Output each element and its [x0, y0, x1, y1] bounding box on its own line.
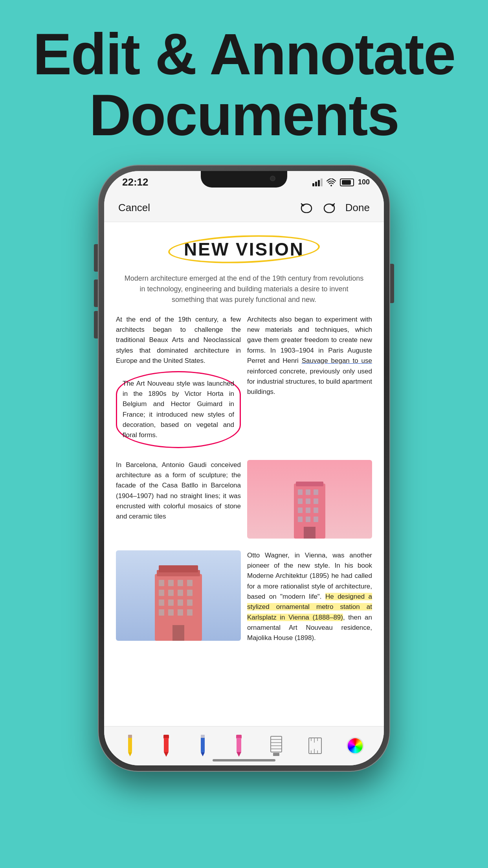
- svg-rect-24: [168, 590, 174, 596]
- doc-title-section: NEW VISION: [116, 232, 372, 267]
- svg-marker-41: [164, 752, 169, 757]
- col2-para1: Architects also began to experiment with…: [247, 314, 372, 397]
- blue-pencil-icon: [197, 734, 209, 758]
- texture-icon: [269, 735, 283, 757]
- nav-actions: Done: [300, 202, 370, 214]
- yellow-pencil-tool[interactable]: [124, 734, 136, 758]
- notch: [201, 171, 287, 188]
- nav-bar: Cancel Done: [104, 194, 384, 222]
- svg-rect-35: [172, 625, 184, 641]
- svg-rect-29: [178, 600, 183, 606]
- svg-rect-36: [128, 736, 132, 752]
- svg-rect-25: [178, 590, 183, 596]
- svg-rect-26: [187, 590, 193, 596]
- home-bar: [213, 759, 275, 761]
- svg-rect-18: [159, 565, 198, 572]
- cancel-button[interactable]: Cancel: [118, 202, 150, 214]
- undo-button[interactable]: [300, 202, 313, 213]
- document-area[interactable]: NEW VISION Modern architecture emerged a…: [104, 222, 384, 737]
- status-time: 22:12: [122, 176, 149, 188]
- title-oval-annotation: NEW VISION: [168, 235, 320, 263]
- svg-rect-4: [306, 489, 310, 495]
- svg-rect-13: [306, 517, 310, 522]
- svg-rect-46: [237, 738, 241, 752]
- yellow-pencil-icon: [124, 734, 136, 758]
- svg-rect-22: [187, 580, 193, 586]
- svg-rect-27: [159, 600, 164, 606]
- col1-para2: The Art Nouveau style was launched in th…: [123, 380, 234, 439]
- col-left-2: In Barcelona, Antonio Gaudi conceived ar…: [116, 460, 241, 544]
- svg-rect-19: [159, 580, 164, 586]
- svg-point-0: [330, 185, 332, 186]
- wifi-icon: [327, 178, 336, 186]
- svg-rect-40: [164, 738, 169, 752]
- svg-rect-11: [314, 508, 318, 513]
- svg-rect-38: [128, 735, 132, 738]
- svg-rect-31: [159, 609, 164, 616]
- svg-rect-28: [168, 600, 174, 606]
- ruler-tool[interactable]: [308, 735, 322, 757]
- svg-rect-23: [159, 590, 164, 596]
- phone-screen: 22:12: [104, 171, 384, 765]
- building-illustration: [282, 472, 337, 539]
- status-icons: 100: [312, 178, 370, 186]
- phone-wrapper: 22:12: [0, 162, 488, 771]
- pink-marker-icon: [233, 734, 245, 758]
- svg-rect-34: [187, 609, 193, 616]
- building-image-blue: [116, 550, 241, 641]
- color-wheel-icon: [347, 737, 364, 754]
- svg-rect-9: [298, 508, 303, 513]
- third-row: Otto Wagner, in Vienna, was another pion…: [116, 550, 372, 646]
- svg-rect-2: [296, 482, 323, 486]
- svg-rect-12: [298, 517, 303, 522]
- svg-rect-30: [187, 600, 193, 606]
- svg-rect-53: [273, 753, 279, 756]
- col-right-text: Otto Wagner, in Vienna, was another pion…: [247, 550, 372, 646]
- doc-title: NEW VISION: [184, 239, 304, 259]
- battery-icon: [340, 178, 354, 186]
- second-row: In Barcelona, Antonio Gaudi conceived ar…: [116, 460, 372, 544]
- signal-icon: [312, 178, 323, 186]
- svg-rect-42: [201, 736, 205, 752]
- svg-rect-3: [298, 489, 303, 495]
- pink-marker-tool[interactable]: [233, 734, 245, 758]
- svg-rect-32: [168, 609, 174, 616]
- done-button[interactable]: Done: [345, 202, 370, 214]
- doc-subtitle: Modern architecture emerged at the end o…: [116, 273, 372, 305]
- svg-rect-44: [201, 735, 205, 738]
- svg-marker-37: [128, 752, 132, 756]
- building-illustration-2: [147, 558, 210, 641]
- blue-pencil-tool[interactable]: [197, 734, 209, 758]
- circled-annotation-box: The Art Nouveau style was launched in th…: [116, 371, 241, 448]
- svg-rect-8: [314, 498, 318, 504]
- texture-tool[interactable]: [269, 735, 283, 757]
- col1-para1: At the end of the 19th century, a few ar…: [116, 314, 241, 366]
- svg-rect-48: [271, 736, 282, 752]
- front-camera: [270, 176, 275, 181]
- ruler-icon: [308, 735, 322, 757]
- color-wheel-tool[interactable]: [347, 737, 364, 754]
- svg-rect-6: [298, 498, 303, 504]
- svg-rect-10: [306, 508, 310, 513]
- redo-button[interactable]: [323, 202, 336, 213]
- svg-rect-33: [178, 609, 183, 616]
- col1-para3: In Barcelona, Antonio Gaudi conceived ar…: [116, 460, 241, 522]
- page-header: Edit & Annotate Documents: [0, 0, 488, 162]
- svg-rect-5: [314, 489, 318, 495]
- phone-device: 22:12: [99, 166, 389, 771]
- header-title: Edit & Annotate Documents: [24, 24, 464, 146]
- doc-content: NEW VISION Modern architecture emerged a…: [104, 222, 384, 660]
- svg-rect-20: [168, 580, 174, 586]
- col-right: Architects also began to experiment with…: [247, 314, 372, 454]
- underline-annotation: Sauvage began to use: [302, 357, 372, 364]
- red-marker-tool[interactable]: [160, 734, 172, 758]
- red-marker-icon: [160, 734, 172, 758]
- svg-rect-7: [306, 498, 310, 504]
- svg-marker-43: [201, 752, 205, 756]
- two-col-section: At the end of the 19th century, a few ar…: [116, 314, 372, 454]
- highlight-annotation: He designed a stylized ornamental metro …: [247, 593, 372, 621]
- svg-rect-14: [314, 517, 318, 522]
- building-image-pink: [247, 460, 372, 539]
- col-right-image: [247, 460, 372, 544]
- svg-rect-21: [178, 580, 183, 586]
